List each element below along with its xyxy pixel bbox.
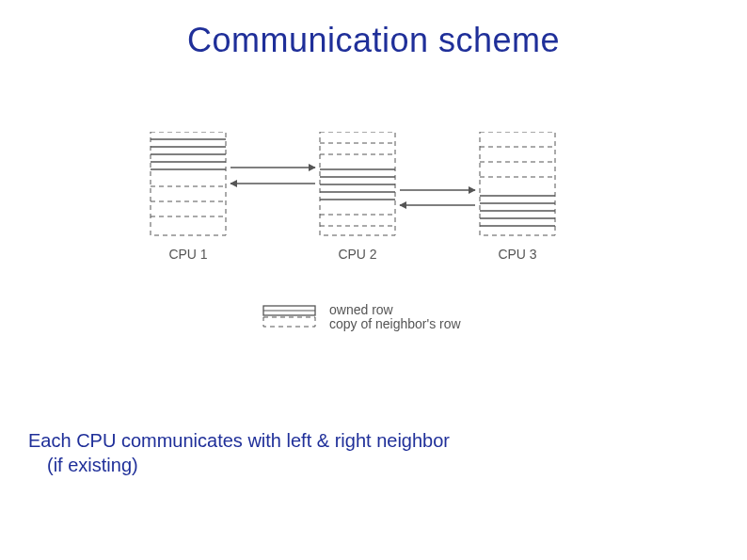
body-line-1: Each CPU communicates with left & right … — [28, 428, 450, 453]
communication-diagram: CPU 1 CPU 2 — [141, 132, 583, 395]
cpu2-label: CPU 2 — [338, 247, 376, 262]
cpu3-block — [480, 132, 555, 235]
svg-rect-30 — [263, 317, 315, 327]
slide: Communication scheme — [0, 0, 747, 560]
body-text: Each CPU communicates with left & right … — [28, 428, 450, 477]
body-line-2: (if existing) — [28, 453, 450, 477]
cpu2-block — [320, 132, 395, 235]
cpu3-label: CPU 3 — [498, 247, 536, 262]
slide-title: Communication scheme — [0, 21, 747, 60]
legend-copy-label: copy of neighbor's row — [329, 316, 462, 331]
cpu1-block — [151, 132, 226, 235]
legend — [263, 306, 315, 327]
svg-rect-9 — [320, 132, 395, 235]
cpu1-label: CPU 1 — [168, 247, 207, 262]
legend-owned-label: owned row — [329, 302, 394, 317]
